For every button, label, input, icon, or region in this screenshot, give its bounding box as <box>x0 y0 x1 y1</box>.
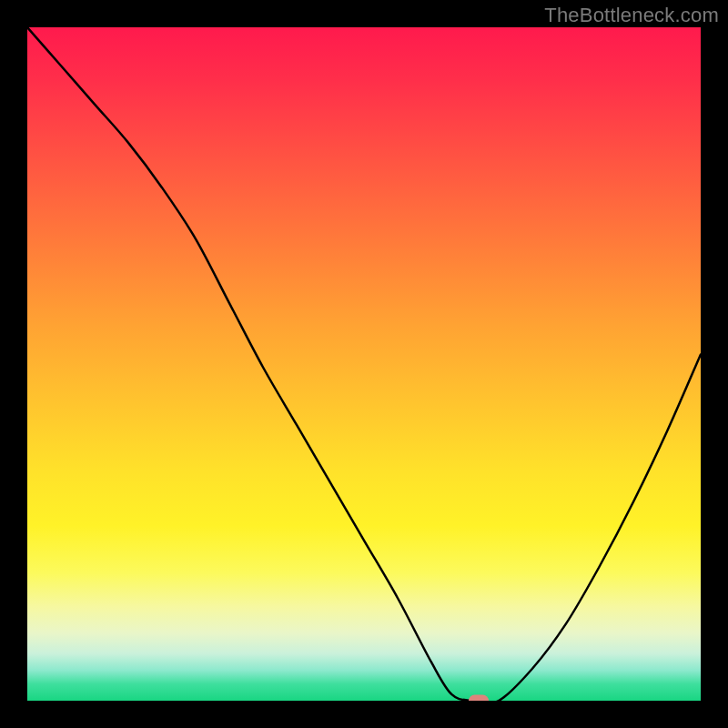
plot-area <box>27 27 701 701</box>
selected-point-marker <box>469 695 489 702</box>
chart-frame: TheBottleneck.com <box>0 0 728 728</box>
watermark-text: TheBottleneck.com <box>544 4 719 27</box>
bottleneck-curve <box>27 27 701 701</box>
